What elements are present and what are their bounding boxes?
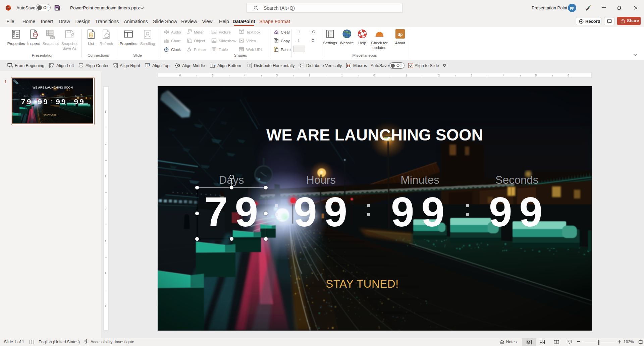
svg-text:P: P bbox=[7, 6, 9, 9]
svg-text:dp: dp bbox=[398, 32, 403, 37]
